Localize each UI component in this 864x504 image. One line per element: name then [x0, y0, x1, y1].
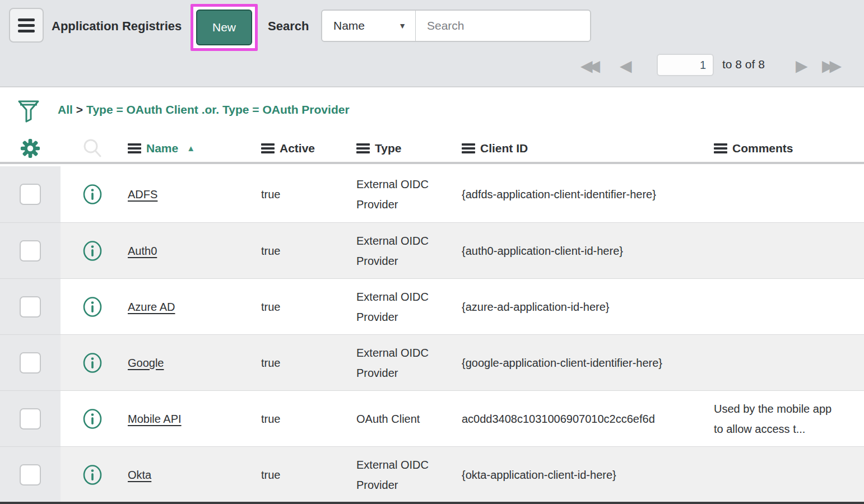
info-icon[interactable] [82, 296, 103, 318]
filter-breadcrumb-row: All>Type = OAuth Client .or. Type = OAut… [0, 88, 864, 134]
row-info-cell [61, 391, 124, 446]
row-select-cell [0, 223, 61, 278]
sort-ascending-icon: ▲ [187, 143, 195, 153]
filter-funnel-icon[interactable] [17, 99, 40, 127]
search-toggle-icon[interactable] [82, 138, 103, 159]
client-id-cell: {okta-application-client-id-here} [458, 447, 710, 502]
search-column-value: Name [333, 19, 365, 32]
header-bar: Application Registries New Search Name ▼… [0, 0, 864, 87]
list-menu-button[interactable] [9, 8, 44, 43]
type-cell: External OIDC Provider [353, 279, 458, 334]
type-cell: External OIDC Provider [353, 335, 458, 390]
pagination-range-label: to 8 of 8 [722, 58, 765, 71]
client-id-cell: {azure-ad-application-id-here} [458, 279, 710, 334]
name-cell: Okta [124, 447, 258, 502]
first-page-icon[interactable]: ◀◀ [580, 55, 600, 77]
column-header-name[interactable]: Name ▲ [124, 142, 258, 155]
row-info-cell [61, 279, 124, 334]
info-icon[interactable] [82, 240, 103, 262]
table-row: ADFS true External OIDC Provider {adfds-… [0, 166, 864, 222]
comments-cell: Used by the mobile app to allow access t… [710, 391, 864, 446]
annotation-highlight-box: New [191, 4, 258, 51]
column-header-client-id[interactable]: Client ID [458, 142, 710, 155]
column-menu-icon[interactable] [128, 143, 141, 153]
row-info-cell [61, 335, 124, 390]
active-cell: true [258, 447, 353, 502]
table-row: Mobile API true OAuth Client ac0dd3408c1… [0, 390, 864, 446]
row-select-cell [0, 335, 61, 390]
record-link[interactable]: ADFS [124, 184, 157, 204]
active-cell: true [258, 166, 353, 222]
search-combo: Name ▼ [321, 10, 591, 42]
info-icon[interactable] [82, 352, 103, 374]
column-menu-icon[interactable] [261, 143, 275, 153]
column-menu-icon[interactable] [462, 143, 475, 153]
breadcrumb-condition-link[interactable]: Type = OAuth Client .or. Type = OAuth Pr… [86, 103, 349, 116]
row-checkbox[interactable] [20, 240, 41, 262]
record-link[interactable]: Auth0 [124, 241, 157, 261]
column-label-type: Type [375, 142, 401, 155]
column-label-name: Name [146, 142, 178, 155]
row-info-cell [61, 223, 124, 278]
active-cell: true [258, 279, 353, 334]
client-id-cell: ac0dd3408c1031006907010c2cc6ef6d [458, 391, 710, 446]
column-search-cell [61, 138, 124, 159]
previous-page-icon[interactable]: ◀ [620, 55, 632, 77]
record-link[interactable]: Okta [124, 465, 151, 485]
row-checkbox[interactable] [20, 408, 41, 430]
breadcrumb-all-link[interactable]: All [58, 103, 73, 116]
active-cell: true [258, 335, 353, 390]
record-link[interactable]: Google [124, 353, 164, 373]
active-cell: true [258, 223, 353, 278]
row-checkbox[interactable] [20, 464, 41, 486]
client-id-cell: {auth0-application-client-id-here} [458, 223, 710, 278]
next-page-icon[interactable]: ▶ [796, 55, 808, 77]
type-cell: External OIDC Provider [353, 447, 458, 502]
search-column-dropdown[interactable]: Name ▼ [322, 11, 416, 41]
info-icon[interactable] [82, 184, 103, 205]
page-number-input[interactable] [657, 54, 714, 76]
type-cell: OAuth Client [353, 391, 458, 446]
info-icon[interactable] [82, 408, 103, 430]
table-header-row: Name ▲ Active Type Client ID Comments [0, 134, 864, 164]
search-input[interactable] [416, 11, 590, 41]
table-row: Auth0 true External OIDC Provider {auth0… [0, 222, 864, 278]
column-menu-icon[interactable] [714, 143, 727, 153]
column-header-active[interactable]: Active [258, 142, 353, 155]
column-header-type[interactable]: Type [353, 142, 458, 155]
column-header-comments[interactable]: Comments [710, 142, 864, 155]
record-link[interactable]: Mobile API [124, 409, 182, 429]
client-id-cell: {google-application-client-identifier-he… [458, 335, 710, 390]
table-row: Google true External OIDC Provider {goog… [0, 334, 864, 390]
gear-icon[interactable] [20, 138, 41, 159]
new-button[interactable]: New [196, 10, 252, 45]
column-menu-icon[interactable] [356, 143, 370, 153]
chevron-down-icon: ▼ [398, 21, 406, 30]
column-label-client-id: Client ID [480, 142, 528, 155]
table-row: Azure AD true External OIDC Provider {az… [0, 278, 864, 334]
comments-cell [710, 335, 864, 390]
breadcrumb: All>Type = OAuth Client .or. Type = OAut… [58, 103, 350, 116]
type-cell: External OIDC Provider [353, 166, 458, 222]
personalize-list-cell [0, 138, 61, 159]
record-link[interactable]: Azure AD [124, 297, 175, 317]
row-info-cell [61, 166, 124, 222]
comments-cell [710, 447, 864, 502]
row-checkbox[interactable] [20, 296, 41, 318]
row-checkbox[interactable] [20, 352, 41, 374]
row-checkbox[interactable] [20, 184, 41, 205]
column-label-comments: Comments [732, 142, 793, 155]
breadcrumb-separator: > [76, 103, 83, 116]
active-cell: true [258, 391, 353, 446]
name-cell: Auth0 [124, 223, 258, 278]
pagination: ◀◀ ◀ to 8 of 8 ▶ ▶▶ [0, 54, 864, 81]
row-info-cell [61, 447, 124, 502]
row-select-cell [0, 391, 61, 446]
last-page-icon[interactable]: ▶▶ [822, 55, 842, 77]
client-id-cell: {adfds-application-client-identifier-her… [458, 166, 710, 222]
info-icon[interactable] [82, 464, 103, 486]
page-title: Application Registries [52, 19, 182, 34]
list-body: ADFS true External OIDC Provider {adfds-… [0, 166, 864, 502]
search-label: Search [268, 19, 309, 34]
column-label-active: Active [280, 142, 315, 155]
